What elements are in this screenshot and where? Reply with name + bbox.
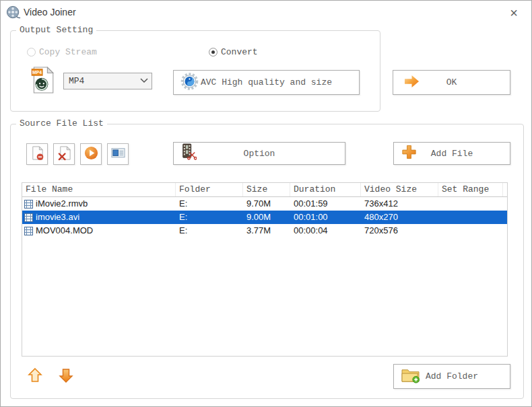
video-file-icon bbox=[24, 227, 33, 235]
radio-circle-icon bbox=[27, 48, 36, 57]
film-reel-icon bbox=[6, 5, 21, 20]
close-icon[interactable]: × bbox=[506, 5, 522, 21]
col-folder[interactable]: Folder bbox=[176, 183, 243, 196]
output-setting-group: Output Setting Copy Stream Convert MP4 bbox=[10, 30, 380, 112]
option-label: Option bbox=[244, 149, 275, 159]
format-select[interactable]: MP4 bbox=[63, 73, 152, 89]
avc-profile-label: AVC High quality and size bbox=[201, 77, 332, 87]
folder-cell: E: bbox=[176, 197, 243, 211]
col-duration[interactable]: Duration bbox=[290, 183, 361, 196]
play-preview-button[interactable] bbox=[80, 143, 102, 165]
folder-cell: E: bbox=[176, 211, 243, 224]
file-table: File Name Folder Size Duration Video Siz… bbox=[22, 182, 508, 357]
video-file-icon bbox=[24, 200, 33, 209]
table-header: File Name Folder Size Duration Video Siz… bbox=[22, 183, 507, 197]
col-video-size[interactable]: Video Size bbox=[361, 183, 438, 196]
file-name-cell: imovie3.avi bbox=[22, 211, 176, 224]
set-range-cell bbox=[438, 197, 503, 211]
add-folder-label: Add Folder bbox=[426, 371, 478, 381]
table-body: iMovie2.rmvb E: 9.70M 00:01:59 736x412 i… bbox=[22, 197, 507, 237]
mp4-file-icon: MP4 bbox=[30, 67, 55, 94]
video-size-cell: 480x270 bbox=[361, 211, 438, 224]
file-name-cell: iMovie2.rmvb bbox=[22, 197, 176, 211]
arrow-down-icon bbox=[59, 375, 73, 385]
col-size[interactable]: Size bbox=[243, 183, 290, 196]
move-up-button[interactable] bbox=[27, 367, 43, 385]
table-row[interactable]: MOV004.MOD E: 3.77M 00:00:04 720x576 bbox=[22, 224, 507, 237]
file-name-cell: MOV004.MOD bbox=[22, 224, 176, 237]
col-set-range[interactable]: Set Range bbox=[438, 183, 503, 196]
convert-label: Convert bbox=[221, 47, 258, 57]
ok-label: OK bbox=[446, 77, 457, 87]
stream-mode-row: Copy Stream Convert bbox=[11, 47, 380, 61]
remove-file-icon bbox=[30, 145, 45, 163]
source-file-list-group: Source File List bbox=[10, 124, 524, 399]
delete-file-icon bbox=[57, 145, 72, 163]
size-cell: 9.70M bbox=[243, 197, 290, 211]
copy-stream-label: Copy Stream bbox=[39, 47, 97, 57]
ok-button[interactable]: OK bbox=[393, 70, 510, 95]
table-row[interactable]: iMovie2.rmvb E: 9.70M 00:01:59 736x412 bbox=[22, 197, 507, 211]
add-file-label: Add File bbox=[431, 149, 473, 159]
chevron-down-icon bbox=[137, 76, 152, 86]
arrow-right-icon bbox=[403, 73, 421, 91]
video-size-cell: 736x412 bbox=[361, 197, 438, 211]
table-row[interactable]: imovie3.avi E: 9.00M 00:01:00 480x270 bbox=[22, 211, 507, 224]
move-down-button[interactable] bbox=[58, 367, 74, 385]
format-selected-value: MP4 bbox=[64, 76, 137, 86]
filmstrip-scissors-icon bbox=[180, 143, 197, 163]
radio-dot-icon bbox=[209, 48, 218, 57]
titlebar: Video Joiner × bbox=[1, 1, 531, 25]
convert-radio[interactable]: Convert bbox=[209, 47, 258, 57]
duration-cell: 00:00:04 bbox=[290, 224, 361, 237]
play-icon bbox=[84, 145, 99, 163]
add-folder-button[interactable]: Add Folder bbox=[393, 364, 510, 389]
properties-panel-icon bbox=[110, 145, 126, 163]
file-name-text: MOV004.MOD bbox=[36, 224, 93, 237]
svg-text:MP4: MP4 bbox=[32, 70, 42, 75]
option-button[interactable]: Option bbox=[173, 142, 345, 165]
video-file-icon bbox=[24, 213, 33, 222]
set-range-cell bbox=[438, 211, 503, 224]
folder-cell: E: bbox=[176, 224, 243, 237]
avc-profile-button[interactable]: AVC High quality and size bbox=[173, 70, 360, 95]
video-size-cell: 720x576 bbox=[361, 224, 438, 237]
copy-stream-radio[interactable]: Copy Stream bbox=[27, 47, 97, 57]
add-folder-icon bbox=[401, 367, 420, 386]
col-filler bbox=[503, 183, 507, 196]
col-file-name[interactable]: File Name bbox=[22, 183, 176, 196]
duration-cell: 00:01:00 bbox=[290, 211, 361, 224]
file-name-text: iMovie2.rmvb bbox=[36, 197, 88, 211]
arrow-up-icon bbox=[28, 375, 42, 385]
file-properties-button[interactable] bbox=[107, 143, 129, 165]
file-name-text: imovie3.avi bbox=[36, 211, 79, 224]
gear-convert-icon bbox=[180, 72, 199, 93]
size-cell: 3.77M bbox=[243, 224, 290, 237]
add-file-button[interactable]: Add File bbox=[393, 142, 510, 165]
delete-file-button[interactable] bbox=[53, 143, 75, 165]
set-range-cell bbox=[438, 224, 503, 237]
output-setting-label: Output Setting bbox=[16, 25, 96, 35]
remove-file-button[interactable] bbox=[26, 143, 48, 165]
plus-icon bbox=[401, 144, 418, 163]
window-title: Video Joiner bbox=[24, 7, 76, 17]
video-joiner-window: Video Joiner × Output Setting Copy Strea… bbox=[0, 0, 532, 407]
duration-cell: 00:01:59 bbox=[290, 197, 361, 211]
size-cell: 9.00M bbox=[243, 211, 290, 224]
source-file-list-label: Source File List bbox=[16, 118, 107, 128]
